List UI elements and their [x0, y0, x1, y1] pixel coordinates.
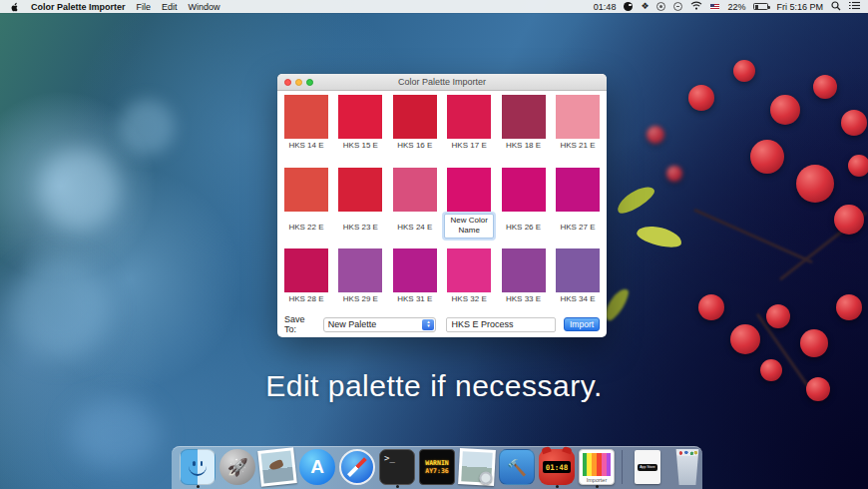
swatch-cell[interactable]: HKS 14 E — [284, 95, 328, 150]
swatch-label: HKS 32 E — [452, 294, 487, 303]
color-swatch[interactable] — [393, 168, 437, 212]
color-swatch[interactable] — [338, 168, 382, 212]
spotlight-search-icon[interactable] — [831, 1, 841, 13]
running-indicator-dot — [556, 485, 559, 488]
palette-select-value: New Palette — [324, 319, 377, 329]
color-swatch[interactable] — [338, 248, 382, 292]
color-swatch[interactable] — [556, 248, 600, 292]
dock-xcode-icon[interactable]: 🔨 — [499, 449, 535, 485]
bokeh-light — [70, 399, 160, 469]
menubar-clock[interactable]: Fri 5:16 PM — [776, 2, 823, 12]
window-footer: Save To: New Palette ▲▼ HKS E Process Im… — [277, 311, 607, 337]
swatch-label: HKS 24 E — [397, 223, 432, 232]
color-swatch[interactable] — [284, 248, 328, 292]
swatch-label: HKS 29 E — [343, 294, 378, 303]
dock-color-palette-importer-icon[interactable]: Importer — [579, 449, 615, 485]
color-swatch[interactable] — [502, 248, 546, 292]
dock-led-clock-icon[interactable]: WARNINAY7:36 — [419, 449, 455, 485]
swatch-cell[interactable]: New Color Name — [447, 168, 491, 239]
wifi-icon[interactable] — [690, 1, 702, 12]
menubar-timer-text[interactable]: 01:48 — [594, 2, 617, 12]
bokeh-light — [120, 100, 175, 155]
palette-name-input[interactable]: HKS E Process — [446, 317, 556, 332]
palette-select[interactable]: New Palette ▲▼ — [323, 317, 437, 332]
color-swatch[interactable] — [284, 95, 328, 139]
swatch-cell[interactable]: HKS 28 E — [284, 248, 328, 303]
menubar-app-name[interactable]: Color Palette Importer — [31, 2, 126, 12]
berry — [800, 329, 828, 357]
color-swatch[interactable] — [556, 95, 600, 139]
berry — [750, 140, 784, 174]
color-swatch[interactable] — [447, 95, 491, 139]
color-name-edit-field[interactable]: New Color Name — [444, 214, 494, 239]
berry — [647, 126, 664, 144]
swatch-cell[interactable]: HKS 29 E — [338, 248, 382, 303]
swatch-label: HKS 22 E — [288, 223, 323, 232]
leaf — [636, 223, 684, 251]
color-swatch[interactable] — [502, 95, 546, 139]
dock-safari-icon[interactable] — [339, 449, 375, 485]
menu-edit[interactable]: Edit — [162, 2, 178, 12]
swatch-label: HKS 26 E — [506, 223, 541, 232]
swatch-cell[interactable]: HKS 21 E — [556, 95, 600, 150]
swatch-cell[interactable]: HKS 18 E — [502, 95, 546, 150]
swatch-cell[interactable]: HKS 33 E — [502, 248, 546, 303]
dock-terminal-icon[interactable]: >_ — [379, 449, 415, 485]
dock-appstore-package-icon[interactable]: App Store — [630, 449, 665, 485]
apple-menu-icon[interactable] — [10, 1, 20, 12]
berry — [796, 165, 834, 203]
swatch-label: HKS 21 E — [560, 141, 595, 150]
swatch-label: HKS 34 E — [560, 294, 595, 303]
menu-window[interactable]: Window — [189, 2, 220, 12]
color-swatch[interactable] — [556, 168, 600, 212]
import-button[interactable]: Import — [564, 317, 600, 331]
timer-status-icon[interactable] — [624, 2, 633, 11]
color-swatch[interactable] — [284, 168, 328, 212]
battery-percent: 22% — [727, 2, 745, 12]
swatch-cell[interactable]: HKS 17 E — [447, 95, 491, 150]
color-swatch[interactable] — [502, 168, 546, 212]
tutorial-caption: Edit palette if necessary. — [0, 369, 868, 403]
menu-file[interactable]: File — [137, 2, 152, 12]
swatch-cell[interactable]: HKS 23 E — [338, 168, 382, 239]
swatch-cell[interactable]: HKS 16 E — [393, 95, 437, 150]
berry — [698, 294, 724, 320]
swatch-label: HKS 33 E — [506, 294, 541, 303]
color-palette-importer-window: Color Palette Importer HKS 14 E HKS 15 E… — [277, 74, 607, 337]
swatch-label: HKS 28 E — [288, 294, 323, 303]
swatch-cell[interactable]: HKS 34 E — [556, 248, 600, 303]
color-swatch[interactable] — [447, 168, 491, 212]
dropbox-icon[interactable]: ❖ — [641, 2, 649, 11]
berry — [834, 205, 864, 235]
desktop: Color Palette Importer File Edit Window … — [0, 0, 868, 489]
swatch-cell[interactable]: HKS 15 E — [338, 95, 382, 150]
swatch-cell[interactable]: HKS 32 E — [447, 248, 491, 303]
dock: 🚀 A >_ WARNINAY7:36 🔨 01:48 Importer App… — [172, 446, 702, 489]
color-swatch[interactable] — [393, 248, 437, 292]
swatch-cell[interactable]: HKS 31 E — [393, 248, 437, 303]
dock-alarm-clock-icon[interactable]: 01:48 — [539, 449, 575, 485]
dock-image-viewer-icon[interactable] — [459, 449, 495, 485]
dock-trash-icon[interactable] — [669, 449, 705, 485]
swatch-cell[interactable]: HKS 27 E — [556, 168, 600, 239]
dock-divider — [622, 450, 623, 484]
swatch-cell[interactable]: HKS 26 E — [502, 168, 546, 239]
dock-photos-icon[interactable] — [259, 449, 295, 485]
berry — [770, 95, 800, 125]
status-ring-icon[interactable] — [673, 2, 682, 11]
dock-launchpad-icon[interactable]: 🚀 — [219, 449, 255, 485]
dock-finder-icon[interactable] — [180, 449, 216, 485]
input-language-flag-icon[interactable] — [710, 4, 719, 10]
swatch-label: HKS 14 E — [288, 141, 323, 150]
color-swatch[interactable] — [338, 95, 382, 139]
battery-icon[interactable] — [753, 3, 768, 10]
dock-appstore-icon[interactable]: A — [299, 449, 335, 485]
swatch-cell[interactable]: HKS 24 E — [393, 168, 437, 239]
swatch-cell[interactable]: HKS 22 E — [284, 168, 328, 239]
notification-center-icon[interactable] — [849, 1, 860, 12]
color-swatch[interactable] — [393, 95, 437, 139]
window-titlebar[interactable]: Color Palette Importer — [277, 74, 607, 91]
swatch-label: HKS 16 E — [397, 141, 432, 150]
color-swatch[interactable] — [447, 248, 491, 292]
status-circle-icon[interactable] — [656, 2, 665, 11]
